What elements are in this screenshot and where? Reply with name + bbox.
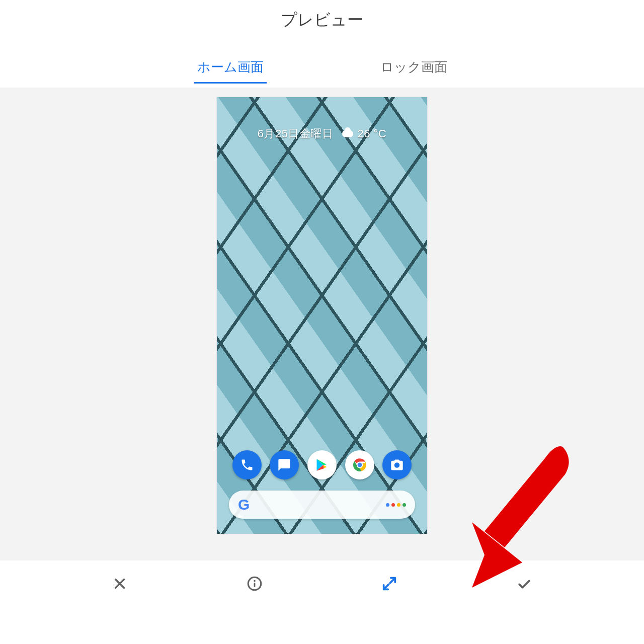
app-dock <box>217 450 427 479</box>
temperature-label: 26 °C <box>357 127 386 140</box>
check-icon <box>516 575 533 592</box>
home-screen-preview[interactable]: 6月25日金曜日 26 °C <box>216 97 428 534</box>
bottom-action-bar <box>0 560 644 599</box>
preview-area: 6月25日金曜日 26 °C <box>0 88 644 560</box>
chrome-app-icon <box>345 450 374 479</box>
close-icon <box>111 575 128 592</box>
camera-app-icon <box>382 450 412 479</box>
tab-lock-screen[interactable]: ロック画面 <box>377 58 450 84</box>
page-title: プレビュー <box>0 0 644 31</box>
close-button[interactable] <box>105 569 135 599</box>
fullscreen-button[interactable] <box>374 569 405 599</box>
svg-point-4 <box>254 580 256 582</box>
fullscreen-icon <box>381 575 398 592</box>
preview-tabs: ホーム画面 ロック画面 <box>0 58 644 84</box>
info-icon <box>246 575 263 592</box>
weather-cloud-icon <box>342 130 353 137</box>
google-logo-icon: G <box>238 496 250 513</box>
info-button[interactable] <box>239 569 270 599</box>
confirm-button[interactable] <box>509 569 539 599</box>
tab-home-screen[interactable]: ホーム画面 <box>194 58 267 84</box>
messages-app-icon <box>270 450 299 479</box>
date-label: 6月25日金曜日 <box>258 126 334 141</box>
at-a-glance-row: 6月25日金曜日 26 °C <box>217 126 427 141</box>
google-search-bar: G <box>229 491 415 519</box>
phone-app-icon <box>232 450 262 479</box>
assistant-icon <box>386 503 406 507</box>
play-store-app-icon <box>307 450 337 479</box>
svg-rect-5 <box>254 583 256 587</box>
